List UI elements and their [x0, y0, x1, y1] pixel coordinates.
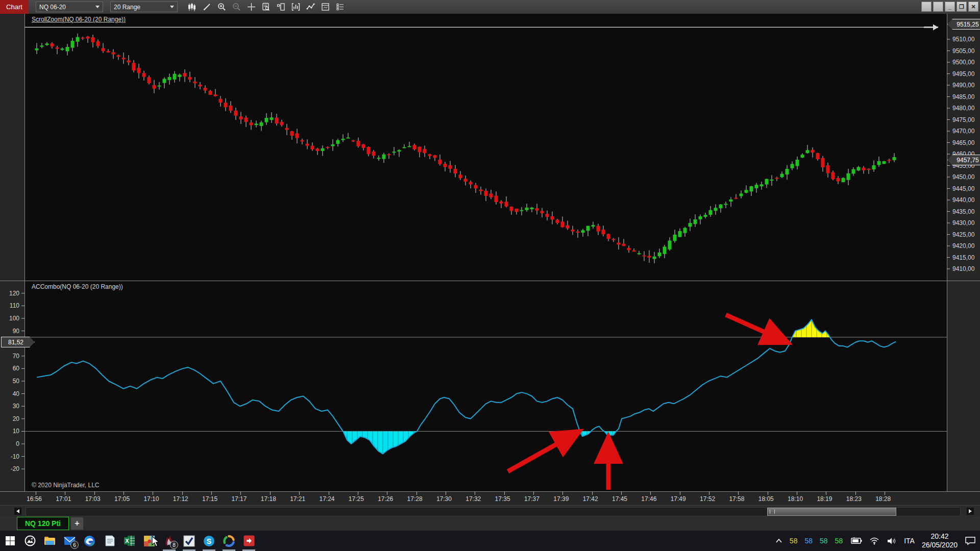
edge-icon [83, 535, 96, 547]
time-tick-mark [153, 492, 153, 495]
crosshair-button[interactable] [244, 1, 258, 13]
ring-app-icon [223, 535, 235, 547]
clock-time: 20:42 [922, 532, 958, 541]
check-app-icon [183, 535, 195, 547]
interval-value: 20 Range [114, 4, 140, 11]
price-tick: 9490,00 [952, 82, 974, 89]
indicator-tick: 10 [0, 428, 19, 435]
crosshair-icon [247, 2, 256, 12]
taskbar-icon-paint-map[interactable] [139, 531, 159, 551]
taskbar-icon-skype[interactable]: S [199, 531, 219, 551]
time-tick-mark [855, 492, 856, 495]
tray-number-1[interactable]: 58 [790, 537, 798, 545]
list-properties-icon [335, 2, 345, 12]
time-tick-mark [475, 492, 475, 495]
taskbar-icon-excel[interactable]: X [119, 531, 139, 551]
time-tick-mark [358, 492, 358, 495]
time-tick: 17:42 [583, 495, 598, 503]
battery-icon[interactable] [850, 537, 862, 544]
indicator-tick: 60 [0, 365, 19, 372]
tray-number-3[interactable]: 58 [820, 537, 828, 545]
restore-button[interactable]: ❐ [957, 2, 967, 12]
tray-number-4[interactable]: 58 [835, 537, 843, 545]
panel-manager-button[interactable] [274, 1, 287, 13]
time-tick-mark [533, 492, 534, 495]
time-tick-mark [504, 492, 505, 495]
time-tick-mark [709, 492, 709, 495]
close-button[interactable]: ✕ [968, 2, 978, 12]
scrollbar-thumb[interactable] [767, 508, 896, 516]
taskbar-icon-ninjatrader[interactable]: 8 [159, 531, 179, 551]
trendline-button[interactable] [304, 1, 317, 13]
window-menu-chart[interactable]: Chart [0, 0, 29, 14]
taskbar-icon-check-app[interactable] [179, 531, 199, 551]
taskbar-icon-notepad[interactable] [100, 531, 119, 551]
indicators-button[interactable] [289, 1, 302, 13]
scroll-right-button[interactable] [967, 508, 974, 515]
time-tick: 17:58 [729, 495, 744, 503]
notepad-icon [103, 535, 116, 547]
time-tick: 17:35 [495, 495, 510, 503]
time-tick: 17:01 [56, 495, 71, 503]
toolbar-extra-button-1[interactable] [921, 2, 932, 12]
last-price-marker: 9457,75 [947, 155, 980, 165]
interval-dropdown[interactable]: 20 Range [110, 2, 178, 12]
taskbar-icon-mail[interactable]: 6 [60, 531, 80, 551]
ninjatrader-chart-window: Chart NQ 06-20 20 Range [0, 0, 980, 551]
time-tick: 17:32 [465, 495, 481, 503]
drawing-tools-button[interactable] [200, 1, 213, 13]
clock[interactable]: 20:42 26/05/2020 [922, 532, 958, 550]
chart-toolbar: Chart NQ 06-20 20 Range [0, 0, 980, 14]
price-tick: 9430,00 [952, 219, 974, 227]
instrument-dropdown[interactable]: NQ 06-20 [36, 2, 103, 12]
photos-icon [23, 535, 36, 547]
wifi-icon[interactable] [869, 537, 879, 545]
chart-plot-area[interactable] [0, 14, 980, 505]
pencil-icon [202, 3, 211, 12]
time-tick: 17:37 [524, 495, 540, 503]
data-box-button[interactable] [259, 1, 273, 13]
tray-chevron-up-icon[interactable] [775, 538, 782, 543]
toolbar-extra-button-2[interactable] [933, 2, 943, 12]
language-indicator[interactable]: ITA [904, 537, 915, 545]
tab-bar: NQ 120 Pti + [0, 516, 980, 531]
notification-center-icon[interactable] [965, 536, 976, 545]
price-tick: 9485,00 [952, 93, 974, 101]
time-tick-mark [826, 492, 826, 495]
tab-nq-120-pti[interactable]: NQ 120 Pti [17, 517, 69, 530]
scroll-left-button[interactable] [14, 508, 21, 515]
indicator-tick: 50 [0, 378, 19, 385]
panel-separator[interactable] [0, 281, 980, 281]
speaker-icon[interactable] [887, 537, 897, 545]
tray-number-2[interactable]: 58 [804, 537, 813, 545]
strategy-analyzer-button[interactable] [318, 1, 332, 13]
indicator-tick: 90 [0, 328, 19, 335]
zoom-in-button[interactable] [215, 1, 228, 13]
chart-scrollbar [0, 505, 980, 517]
scrollbar-track[interactable] [26, 507, 961, 516]
system-tray: 58 58 58 58 ITA 20:42 26/05/2020 [775, 531, 980, 551]
ninjatrader-badge: 8 [170, 541, 178, 549]
taskbar-icon-start[interactable] [0, 531, 20, 551]
time-tick: 17:52 [700, 495, 715, 503]
time-tick: 18:10 [788, 495, 803, 503]
time-tick: 17:25 [349, 495, 364, 503]
add-tab-button[interactable]: + [71, 517, 83, 530]
taskbar-icon-photos[interactable] [20, 531, 40, 551]
skype-icon: S [203, 535, 215, 547]
time-tick: 17:39 [553, 495, 569, 503]
indicator-tick: -20 [0, 465, 19, 472]
chart-style-button[interactable] [185, 1, 199, 13]
taskbar-icon-ring-app[interactable] [219, 531, 239, 551]
taskbar-icon-red-app[interactable] [239, 531, 259, 551]
properties-button[interactable] [333, 1, 347, 13]
indicator-tick: 40 [0, 390, 19, 397]
candlestick-icon [187, 3, 197, 12]
taskbar-icon-file-explorer[interactable] [40, 531, 60, 551]
zoom-out-button[interactable] [230, 1, 243, 13]
zigzag-line-icon [306, 2, 315, 12]
taskbar-icon-edge[interactable] [80, 531, 100, 551]
time-tick-mark [446, 492, 446, 495]
minimize-button[interactable]: _ [945, 2, 955, 12]
time-tick: 17:12 [173, 495, 188, 503]
